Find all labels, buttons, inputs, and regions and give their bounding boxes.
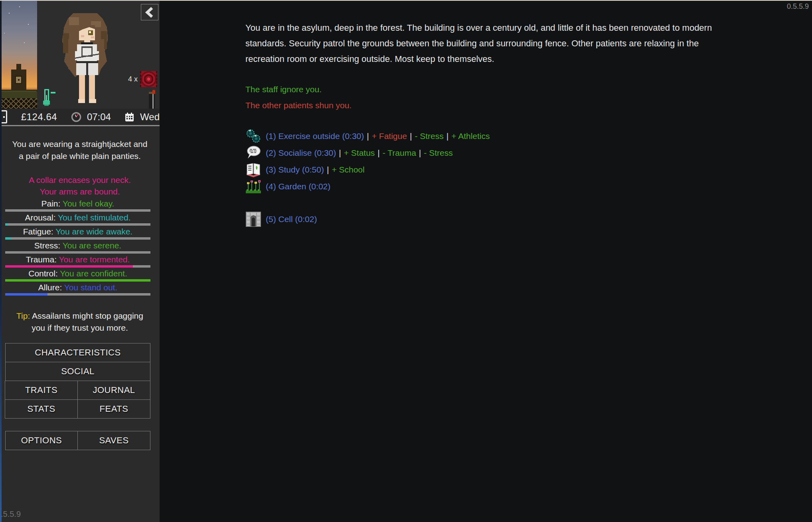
clock-face	[15, 76, 22, 84]
journal-button[interactable]: JOURNAL	[77, 381, 150, 400]
story-line: standards. Security patrol the grounds b…	[245, 36, 740, 51]
sidebar-menu: CHARACTERISTICS SOCIAL TRAITS JOURNAL ST…	[5, 343, 150, 450]
effect-status: + Status	[344, 148, 375, 157]
stat-value: You are tormented.	[59, 255, 130, 264]
staff-status-line: The staff ignore you.	[245, 85, 322, 94]
effect-school: + School	[332, 165, 364, 174]
stat-row-pain: Pain: You feel okay.	[5, 198, 150, 212]
stat-row-fatigue: Fatigue: You are wide awake.	[5, 226, 150, 240]
sidebar-collapse-button[interactable]	[141, 4, 158, 20]
location-scene-image	[0, 1, 37, 109]
socialise-icon	[245, 145, 262, 161]
effect-separator: |	[444, 131, 451, 141]
story-line: recreation room or exercising outside. M…	[245, 51, 740, 67]
top-divider-line	[0, 0, 812, 1]
study-icon	[245, 162, 262, 178]
arousal-bar	[5, 223, 150, 226]
tip-block: Tip: Assailants might stop gagging you i…	[5, 310, 155, 334]
effect-separator: |	[407, 131, 415, 141]
stat-row-control: Control: You are confident.	[5, 268, 150, 282]
clothing-description-line1: You are wearing a straightjacket and	[4, 138, 156, 150]
story-line: You are in the asylum, deep in the fores…	[245, 20, 740, 36]
fence-ground-pattern	[0, 98, 37, 109]
time-value: 07:04	[87, 111, 111, 123]
collar-status-line: A collar encases your neck.	[4, 174, 156, 186]
story-paragraph: You are in the asylum, deep in the fores…	[245, 20, 740, 67]
bushes-decoration	[0, 92, 37, 98]
trauma-bar	[5, 265, 150, 268]
cell-icon	[245, 211, 262, 227]
clothing-description: You are wearing a straightjacket and a p…	[4, 138, 156, 162]
character-panel: 4 x	[0, 1, 160, 109]
stat-label: Stress:	[34, 241, 60, 250]
fatigue-bar-fill	[5, 237, 11, 240]
action-row-cell: (5) Cell (0:02)	[245, 211, 490, 228]
effect-separator: |	[416, 148, 424, 157]
effect-fatigue: + Fatigue	[372, 131, 407, 141]
exercise-outside-link[interactable]: (1) Exercise outside (0:30)	[266, 131, 364, 141]
stats-block: Pain: You feel okay. Arousal: You feel s…	[5, 198, 150, 296]
lighter-icon	[149, 93, 155, 109]
stat-row-stress: Stress: You are serene.	[5, 240, 150, 254]
clock-icon	[71, 111, 81, 123]
stat-label: Arousal:	[25, 213, 55, 222]
effect-separator: |	[375, 148, 382, 157]
sidebar: 4 x £124.64 07:04 Wed You are wearing a …	[0, 0, 160, 522]
characteristics-button[interactable]: CHARACTERISTICS	[5, 343, 150, 362]
stat-row-trauma: Trauma: You are tormented.	[5, 254, 150, 268]
effect-athletics: + Athletics	[451, 131, 490, 141]
chevron-left-icon	[144, 6, 156, 19]
tip-text-line2: you if they trust you more.	[5, 322, 155, 334]
stat-value: You feel okay.	[63, 199, 115, 208]
exercise-icon	[245, 128, 262, 144]
towel-count-label: 4 x	[128, 75, 138, 83]
stat-row-arousal: Arousal: You feel stimulated.	[5, 212, 150, 226]
options-button[interactable]: OPTIONS	[5, 431, 78, 450]
effect-stress: - Stress	[424, 148, 452, 157]
traits-button[interactable]: TRAITS	[5, 381, 78, 400]
version-label-bottom: .5.5.9	[1, 510, 21, 519]
pain-bar	[5, 209, 150, 212]
stat-value: You are serene.	[63, 241, 122, 250]
action-row-exercise: (1) Exercise outside (0:30)|+ Fatigue|- …	[245, 128, 490, 145]
garden-link[interactable]: (4) Garden (0:02)	[266, 182, 330, 191]
clothing-description-line2: a pair of pale white plain panties.	[4, 150, 156, 162]
social-button[interactable]: SOCIAL	[5, 362, 150, 381]
stat-value: You feel stimulated.	[58, 213, 131, 222]
towel-inventory: 4 x	[128, 71, 157, 87]
saves-button[interactable]: SAVES	[77, 431, 150, 450]
action-row-study: (3) Study (0:50)|+ School	[245, 161, 490, 178]
stat-value: You are confident.	[60, 269, 127, 278]
action-list: (1) Exercise outside (0:30)|+ Fatigue|- …	[245, 128, 490, 228]
stat-value: You are wide awake.	[55, 227, 132, 236]
stat-label: Trauma:	[26, 255, 57, 264]
allure-bar-fill	[5, 293, 47, 296]
tip-label: Tip:	[16, 311, 30, 320]
player-character-sprite	[55, 11, 115, 107]
stat-value: You stand out.	[64, 283, 118, 292]
day-value: Wed	[140, 111, 160, 123]
effect-trauma: - Trauma	[383, 148, 416, 157]
stat-label: Pain:	[41, 199, 61, 208]
tip-text-line1: Assailants might stop gagging	[32, 311, 143, 320]
trauma-bar-fill	[5, 265, 133, 268]
cell-link[interactable]: (5) Cell (0:02)	[266, 214, 317, 224]
stat-label: Control:	[28, 269, 58, 278]
hud-bar: £124.64 07:04 Wed	[0, 109, 160, 126]
story-panel: 0.5.5.9 You are in the asylum, deep in t…	[160, 0, 812, 522]
arms-status-line: Your arms are bound.	[4, 186, 156, 197]
socialise-link[interactable]: (2) Socialise (0:30)	[266, 148, 336, 157]
action-row-socialise: (2) Socialise (0:30)|+ Status|- Trauma|-…	[245, 145, 490, 161]
allure-bar	[5, 293, 150, 296]
sidebar-edge-decoration	[0, 0, 2, 522]
stat-label: Allure:	[38, 283, 62, 292]
stats-button[interactable]: STATS	[5, 399, 78, 419]
effect-separator: |	[324, 165, 332, 174]
study-link[interactable]: (3) Study (0:50)	[266, 165, 324, 174]
stress-bar	[5, 251, 150, 254]
effect-separator: |	[336, 148, 344, 157]
thermometer-icon	[41, 89, 56, 107]
bondage-status: A collar encases your neck. Your arms ar…	[4, 174, 156, 197]
feats-button[interactable]: FEATS	[77, 399, 150, 419]
control-bar-fill	[5, 279, 150, 282]
